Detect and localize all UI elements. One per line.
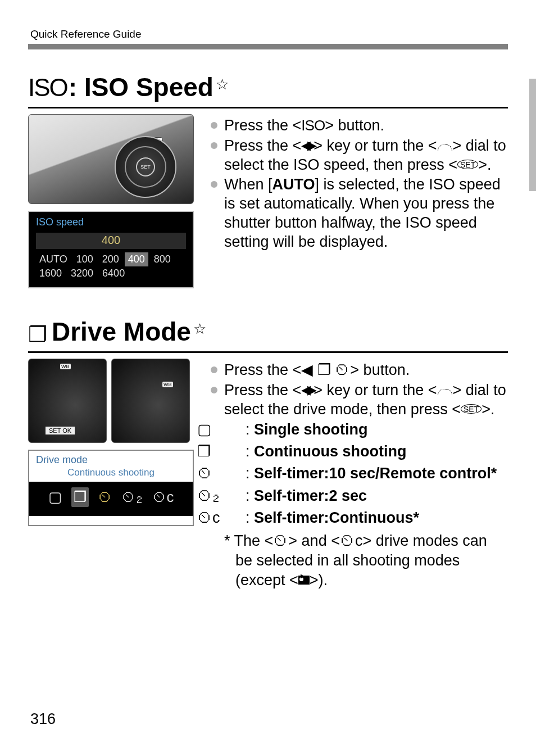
iso-heading: ISO : ISO Speed ☆ <box>28 72 508 102</box>
iso-opt: AUTO <box>36 252 71 266</box>
mode-timer10-icon: ⏲ <box>98 488 112 506</box>
drive-lcd-screenshot: Drive mode Continuous shooting ▢ ❐ ⏲ ⏲₂ … <box>28 450 194 526</box>
iso-bullet-1: Press the <ISO> button. <box>211 116 508 135</box>
left-right-arrows-icon: ◀▶ <box>301 383 314 397</box>
iso-opt: 200 <box>99 252 122 266</box>
iso-bullet-3: When [AUTO] is selected, the ISO speed i… <box>211 175 508 251</box>
drive-lcd-current: Continuous shooting <box>29 467 193 482</box>
timer-c-icon: ⏲c <box>340 532 363 549</box>
mode-timer2: ⏲₂: Self-timer:2 sec <box>224 486 508 506</box>
iso-lcd-title: ISO speed <box>36 216 186 228</box>
iso-title: : ISO Speed <box>69 72 214 102</box>
continuous-shoot-icon: ❐ <box>28 322 47 347</box>
drive-footnote: * The <⏲> and <⏲c> drive modes can be se… <box>211 531 508 590</box>
movie-mode-icon <box>298 576 310 585</box>
heading-underline <box>28 351 508 353</box>
mode-single-icon: ▢ <box>48 488 62 506</box>
heading-underline <box>28 107 508 108</box>
iso-opt-selected: 400 <box>125 252 148 266</box>
iso-opt: 1600 <box>36 266 65 280</box>
set-button-icon: SET <box>457 160 478 169</box>
breadcrumb: Quick Reference Guide <box>30 28 508 40</box>
mode-timerc-icon: ⏲c <box>152 488 174 506</box>
iso-opt: 6400 <box>99 266 128 280</box>
drive-bullet-2: Press the <◀▶> key or turn the <> dial t… <box>211 381 508 419</box>
mode-timer10: ⏲: Self-timer:10 sec/Remote control* <box>224 464 508 483</box>
star-icon: ☆ <box>216 76 229 93</box>
drive-lcd-title: Drive mode <box>29 451 193 467</box>
timer-c-icon: ⏲c <box>224 508 246 528</box>
iso-bullet-2: Press the <◀▶> key or turn the <> dial t… <box>211 137 508 175</box>
drive-button-combo-icon: ◀ ❐ ⏲ <box>301 361 350 378</box>
mode-single: ▢: Single shooting <box>224 420 508 440</box>
iso-opt: 800 <box>151 252 174 266</box>
iso-glyph-icon: ISO <box>28 74 67 102</box>
mode-continuous: ❐: Continuous shooting <box>224 442 508 461</box>
timer-10-icon: ⏲ <box>224 464 246 483</box>
page-number: 316 <box>30 710 56 728</box>
drive-illustration-left: WB SET OK <box>28 359 107 443</box>
star-icon: ☆ <box>193 320 206 338</box>
main-dial-icon <box>437 140 452 151</box>
timer-10-icon: ⏲ <box>273 532 288 549</box>
drive-bullet-1: Press the <◀ ❐ ⏲> button. <box>211 361 508 380</box>
iso-text-icon: ISO <box>301 117 325 134</box>
mode-continuous-icon: ❐ <box>71 487 89 507</box>
drive-title: Drive Mode <box>52 316 191 347</box>
page-edge-tab <box>529 79 536 191</box>
mode-timer2-icon: ⏲₂ <box>121 488 143 506</box>
iso-options-row1: AUTO 100 200 400 800 <box>36 252 186 266</box>
mode-timerc: ⏲c: Self-timer:Continuous* <box>224 508 508 528</box>
timer-2-icon: ⏲₂ <box>224 486 246 506</box>
continuous-shoot-icon: ❐ <box>224 442 246 461</box>
camera-top-illustration: WB SET <box>28 114 194 204</box>
iso-opt: 100 <box>73 252 97 266</box>
iso-current-value: 400 <box>36 233 186 249</box>
main-dial-icon <box>437 384 452 396</box>
iso-options-row2: 1600 3200 6400 <box>36 266 186 280</box>
iso-lcd-screenshot: ISO speed 400 AUTO 100 200 400 800 1600 … <box>28 211 194 288</box>
iso-opt: 3200 <box>67 266 97 280</box>
drive-illustration-right: WB <box>111 359 190 443</box>
drive-heading: ❐ Drive Mode ☆ <box>28 316 508 347</box>
set-button-icon: SET <box>461 404 482 414</box>
left-right-arrows-icon: ◀▶ <box>301 138 314 152</box>
single-shoot-icon: ▢ <box>224 420 246 440</box>
header-divider <box>28 44 508 49</box>
